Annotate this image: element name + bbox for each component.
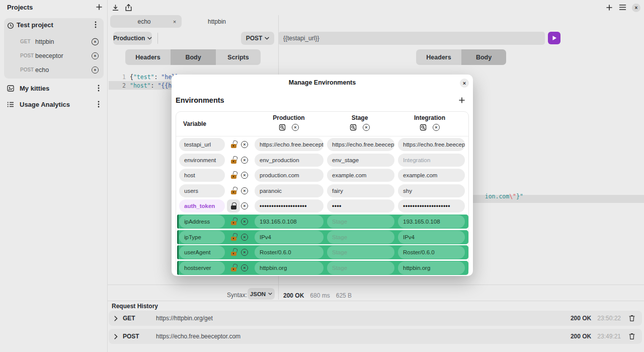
delete-environment-icon[interactable]: ×	[292, 124, 299, 131]
download-icon[interactable]	[112, 4, 119, 12]
unlock-icon[interactable]	[227, 138, 240, 151]
history-row[interactable]: POST https://echo.free.beeceptor.com 200…	[109, 329, 642, 344]
value-input[interactable]: https://echo.free.beecepto	[327, 138, 394, 151]
history-row[interactable]: GET https://httpbin.org/get 200 OK 23:50…	[109, 311, 642, 326]
tab-request-scripts[interactable]: Scripts	[216, 49, 261, 65]
value-input[interactable]: example.com	[398, 169, 465, 182]
delete-environment-icon[interactable]: ×	[363, 124, 370, 131]
endpoint-item[interactable]: GET httpbin ×	[4, 37, 104, 46]
value-input[interactable]: https://echo.free.beecepto	[398, 138, 465, 151]
add-environment-icon[interactable]	[458, 97, 465, 104]
tab-echo[interactable]: echo ×	[110, 15, 182, 28]
close-modal-icon[interactable]: ×	[460, 79, 469, 88]
value-input[interactable]: IPv4	[398, 231, 465, 244]
value-input[interactable]: production.com	[255, 169, 324, 182]
expand-chevron-icon[interactable]	[114, 334, 118, 339]
close-tab-icon[interactable]: ×	[171, 18, 178, 25]
tab-request-headers[interactable]: Headers	[125, 49, 171, 65]
delete-variable-icon[interactable]: ×	[241, 172, 248, 179]
sidebar-item-my-kitties[interactable]: My kitties	[4, 83, 104, 94]
delete-variable-icon[interactable]: ×	[241, 187, 248, 194]
delete-variable-icon[interactable]: ×	[241, 264, 248, 271]
variable-name-input[interactable]: host	[179, 169, 225, 182]
add-project-icon[interactable]	[96, 4, 103, 11]
value-input-placeholder[interactable]: Stage	[327, 231, 394, 244]
clone-environment-icon[interactable]	[350, 124, 357, 131]
clone-environment-icon[interactable]	[420, 124, 427, 131]
unlock-icon[interactable]	[227, 154, 240, 167]
close-window-icon[interactable]: ×	[632, 4, 640, 12]
endpoint-item[interactable]: POST echo ×	[4, 65, 104, 75]
value-input[interactable]: fairy	[327, 184, 394, 197]
variable-name-input[interactable]: userAgent	[179, 246, 225, 259]
value-input[interactable]: paranoic	[255, 184, 324, 197]
project-card-test-project[interactable]: Test project GET httpbin × POST beecepto…	[4, 18, 104, 79]
delete-history-icon[interactable]	[629, 333, 635, 340]
value-input[interactable]: IPv4	[255, 231, 324, 244]
method-dropdown[interactable]: POST	[241, 32, 274, 45]
variable-name-input[interactable]: testapi_url	[179, 138, 225, 151]
delete-variable-icon[interactable]: ×	[241, 218, 248, 225]
tab-request-body[interactable]: Body	[171, 49, 216, 65]
share-icon[interactable]	[125, 4, 132, 12]
remove-endpoint-icon[interactable]: ×	[92, 52, 99, 59]
value-input[interactable]: example.com	[327, 169, 394, 182]
unlock-icon[interactable]	[227, 261, 240, 274]
value-input[interactable]: Roster/0.6.0	[398, 246, 465, 259]
unlock-icon[interactable]	[227, 184, 240, 197]
environment-dropdown[interactable]: Production	[113, 32, 152, 45]
value-input[interactable]: Roster/0.6.0	[255, 246, 324, 259]
clone-environment-icon[interactable]	[279, 124, 286, 131]
variable-name-input[interactable]: ipType	[179, 231, 225, 244]
value-input-placeholder[interactable]: Stage	[327, 215, 394, 228]
variable-name-input[interactable]: users	[179, 184, 225, 197]
delete-history-icon[interactable]	[629, 315, 635, 322]
value-input-placeholder[interactable]: Stage	[327, 261, 394, 274]
value-input[interactable]: 193.165.0.108	[398, 215, 465, 228]
unlock-icon[interactable]	[227, 169, 240, 182]
send-request-button[interactable]	[548, 32, 560, 44]
value-input[interactable]: httpbin.org	[398, 261, 465, 274]
variable-name-input[interactable]: auth_token	[179, 199, 225, 213]
delete-environment-icon[interactable]: ×	[433, 124, 440, 131]
unlock-icon[interactable]	[227, 231, 240, 244]
expand-chevron-icon[interactable]	[114, 316, 118, 321]
delete-variable-icon[interactable]: ×	[241, 202, 248, 209]
remove-endpoint-icon[interactable]: ×	[92, 66, 99, 74]
lock-icon[interactable]	[227, 199, 240, 213]
variable-name-input[interactable]: environment	[179, 154, 225, 167]
value-input[interactable]: env_stage	[327, 154, 394, 167]
value-input-placeholder[interactable]: Stage	[327, 246, 394, 259]
value-input[interactable]: httpbin.org	[255, 261, 324, 274]
variable-name-input[interactable]: hostserver	[179, 261, 225, 274]
endpoint-item[interactable]: POST beeceptor ×	[4, 51, 104, 60]
syntax-dropdown[interactable]: JSON	[248, 288, 275, 300]
value-input[interactable]: https://echo.free.beecepto	[255, 138, 324, 151]
delete-variable-icon[interactable]: ×	[241, 141, 248, 148]
sidebar-item-usage-analytics[interactable]: Usage Analytics	[4, 99, 104, 110]
unlock-icon[interactable]	[227, 246, 240, 259]
item-menu-icon[interactable]	[96, 85, 102, 92]
delete-variable-icon[interactable]: ×	[241, 234, 248, 241]
value-input[interactable]: shy	[398, 184, 465, 197]
secret-value-input[interactable]: ••••	[327, 199, 394, 213]
tab-response-body[interactable]: Body	[461, 49, 506, 65]
tab-response-headers[interactable]: Headers	[416, 49, 461, 65]
unlock-icon[interactable]	[227, 215, 240, 228]
secret-value-input[interactable]: ••••••••••••••••••••	[255, 199, 324, 213]
item-menu-icon[interactable]	[96, 101, 102, 108]
delete-variable-icon[interactable]: ×	[241, 157, 248, 164]
add-tab-icon[interactable]	[606, 4, 613, 11]
tab-httpbin[interactable]: httpbin	[208, 18, 226, 25]
value-input[interactable]: env_production	[255, 154, 324, 167]
value-input[interactable]: 193.165.0.108	[255, 215, 324, 228]
remove-endpoint-icon[interactable]: ×	[92, 38, 99, 45]
delete-variable-icon[interactable]: ×	[241, 249, 248, 256]
secret-value-input[interactable]: ••••••••••••••••••••	[398, 199, 465, 213]
url-input[interactable]: {{testapi_url}}	[278, 32, 545, 45]
history-status: 200 OK	[571, 333, 591, 340]
value-input-placeholder[interactable]: Integration	[398, 154, 465, 167]
project-menu-icon[interactable]	[93, 21, 99, 28]
menu-icon[interactable]	[619, 4, 626, 11]
variable-name-input[interactable]: ipAddress	[179, 215, 225, 228]
